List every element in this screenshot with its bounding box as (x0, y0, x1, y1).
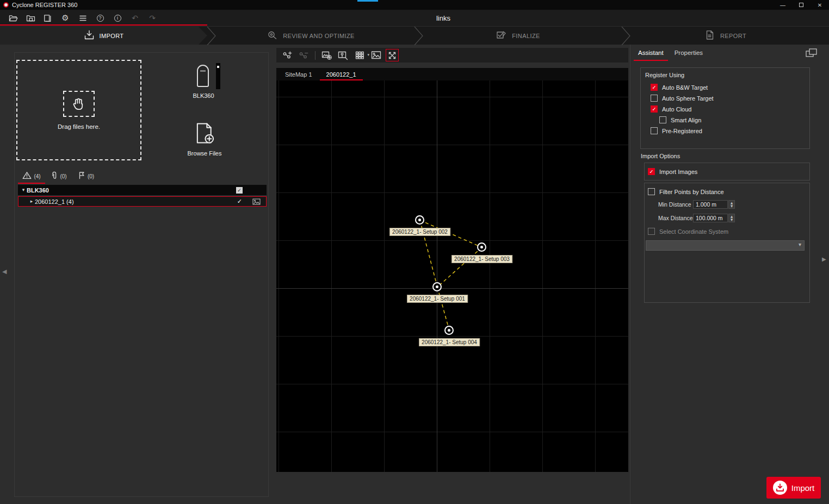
pano-image-icon[interactable] (252, 198, 261, 205)
right-tab-properties[interactable]: Properties (670, 45, 707, 61)
filter-points-checkbox[interactable] (648, 188, 655, 195)
left-tab-issues[interactable]: (4) (18, 169, 45, 184)
option-auto-b-w-target: ✓Auto B&W Target (651, 84, 809, 91)
import-tree: ▾ BLK360 ✓ ▸ 2060122_1 (4) ✓ (18, 185, 267, 207)
import-images-checkbox[interactable]: ✓ (648, 168, 655, 175)
checkbox-pre-registered[interactable] (651, 127, 658, 134)
blk360-device-icon[interactable] (197, 65, 209, 87)
sitemap-tab-bar: SiteMap 12060122_1 (276, 68, 628, 80)
workflow-step-finalize[interactable]: FINALIZE (414, 27, 622, 45)
marker-icon (78, 171, 85, 182)
setup-label[interactable]: 2060122_1- Setup 003 (451, 255, 512, 263)
setup-label[interactable]: 2060122_1- Setup 001 (407, 295, 468, 303)
setup-dot-icon (448, 329, 450, 332)
drop-zone-label: Drag files here. (58, 123, 100, 130)
remove-link-icon[interactable] (297, 49, 310, 61)
minimize-button[interactable]: — (774, 0, 792, 10)
visual-align-icon[interactable] (337, 49, 350, 61)
maximize-icon (799, 3, 803, 7)
sitemap-toolbar: ▾ (276, 48, 628, 63)
report-icon (704, 30, 715, 41)
setup-node-2060122-1-setup-001[interactable] (432, 282, 442, 291)
auto-cloud-align-icon[interactable] (386, 49, 399, 61)
setup-node-2060122-1-setup-003[interactable] (477, 242, 486, 252)
collapse-arrow-icon[interactable]: ▾ (20, 188, 27, 192)
tab-count: (4) (34, 173, 40, 179)
open-project-icon[interactable] (8, 12, 18, 24)
close-button[interactable]: ✕ (811, 0, 829, 10)
pano-preview-icon[interactable] (369, 49, 382, 61)
checkbox-smart-align[interactable] (659, 116, 666, 123)
tree-node-label: 2060122_1 (4) (35, 198, 74, 205)
undo-icon[interactable]: ↶ (129, 12, 140, 24)
review-icon (267, 30, 278, 41)
min-distance-spinner[interactable]: ▲▼ (728, 200, 735, 209)
tab-count: (0) (88, 173, 94, 179)
option-auto-sphere-target: Auto Sphere Target (651, 95, 809, 102)
import-images-label: Import Images (659, 169, 697, 175)
checkbox-auto-cloud[interactable]: ✓ (651, 105, 658, 113)
log-icon[interactable] (77, 12, 88, 24)
point-grid-icon[interactable]: ▾ (353, 49, 366, 61)
info-icon[interactable]: i (112, 12, 123, 24)
tree-node-label: BLK360 (27, 187, 49, 194)
expand-arrow-icon[interactable]: ▸ (28, 199, 35, 204)
workflow-step-report[interactable]: REPORT (622, 27, 829, 45)
browse-files-button[interactable]: Browse Files (184, 122, 225, 157)
device-scrollbar[interactable] (216, 63, 220, 89)
coordinate-system-checkbox[interactable] (648, 228, 655, 235)
project-library-icon[interactable] (42, 12, 53, 24)
create-link-icon[interactable] (281, 49, 294, 61)
maximize-button[interactable] (792, 0, 811, 10)
min-distance-input[interactable]: 1.000 m (693, 200, 728, 209)
workflow-step-label: IMPORT (100, 33, 124, 39)
filter-points-box: Filter Points by Distance Min Distance 1… (644, 183, 810, 303)
redo-icon[interactable]: ↷ (147, 12, 158, 24)
auto-target-link-icon[interactable] (320, 49, 333, 61)
max-distance-input[interactable]: 100.000 m (693, 214, 728, 222)
workflow-step-label: FINALIZE (512, 33, 540, 39)
help-icon[interactable]: ? (95, 12, 106, 24)
setup-label[interactable]: 2060122_1- Setup 004 (419, 338, 480, 346)
checkbox-auto-b-w-target[interactable]: ✓ (651, 84, 658, 91)
sitemap-tab-2060122-1[interactable]: 2060122_1 (320, 68, 363, 80)
option-label: Smart Align (671, 117, 701, 123)
import-button[interactable]: Import (766, 477, 821, 499)
device-label: BLK360 (184, 92, 223, 99)
collapse-left-panel-icon[interactable]: ◀ (2, 269, 7, 275)
tree-row-blk360[interactable]: ▾ BLK360 ✓ (18, 185, 267, 195)
setup-node-2060122-1-setup-004[interactable] (444, 326, 454, 335)
tree-row-2060122-1[interactable]: ▸ 2060122_1 (4) ✓ (18, 196, 267, 207)
main-toolbar: ⚙?i↶↷ links (0, 10, 829, 26)
checkbox-auto-sphere-target[interactable] (651, 95, 658, 102)
layout-panels-icon[interactable] (806, 48, 817, 60)
sitemap-canvas[interactable]: 2060122_1- Setup 0022060122_1- Setup 003… (276, 80, 628, 472)
settings-icon[interactable]: ⚙ (60, 12, 71, 24)
left-tab-attachments[interactable]: (0) (45, 169, 72, 184)
setup-link-line[interactable] (437, 247, 482, 287)
option-label: Auto Sphere Target (662, 95, 714, 102)
right-tab-assistant[interactable]: Assistant (634, 45, 668, 61)
register-using-section: Register Using ✓Auto B&W TargetAuto Sphe… (640, 67, 810, 149)
sitemap-tab-sitemap-1[interactable]: SiteMap 1 (279, 68, 319, 80)
option-label: Pre-Registered (662, 128, 702, 134)
active-step-indicator (0, 24, 207, 26)
setup-link-line[interactable] (437, 287, 449, 331)
browse-files-label: Browse Files (188, 150, 222, 157)
max-distance-spinner[interactable]: ▲▼ (728, 214, 735, 222)
setup-label[interactable]: 2060122_1- Setup 002 (389, 228, 450, 236)
workflow-step-review-and-optimize[interactable]: REVIEW AND OPTIMIZE (207, 27, 414, 45)
register-using-title: Register Using (645, 72, 809, 78)
coordinate-system-select[interactable]: ▾ (646, 240, 805, 251)
file-drop-zone[interactable]: Drag files here. (16, 60, 141, 160)
option-smart-align: Smart Align (659, 116, 809, 123)
collapse-right-panel-icon[interactable]: ▶ (822, 257, 826, 262)
save-project-icon[interactable] (25, 12, 36, 24)
workflow-step-label: REPORT (720, 33, 746, 39)
app-title: Cyclone REGISTER 360 (12, 2, 77, 8)
left-tab-markers[interactable]: (0) (72, 169, 100, 184)
warning-icon (22, 171, 32, 182)
workflow-step-import[interactable]: IMPORT (0, 27, 207, 45)
setup-node-2060122-1-setup-002[interactable] (415, 215, 424, 225)
tree-checkbox[interactable]: ✓ (236, 187, 243, 194)
